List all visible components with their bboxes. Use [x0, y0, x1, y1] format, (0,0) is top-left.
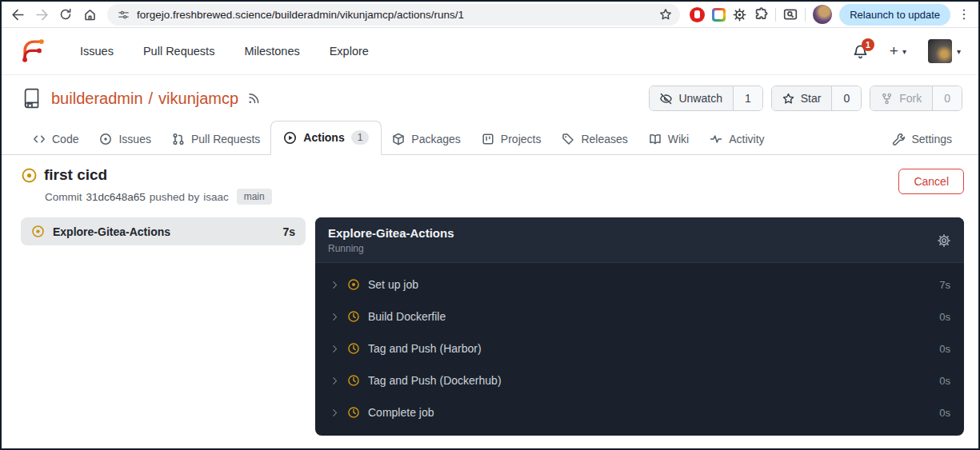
watchers-count[interactable]: 1	[733, 86, 762, 110]
job-name: Explore-Gitea-Actions	[53, 225, 170, 238]
step-row-tag-and-push-harbor[interactable]: Tag and Push (Harbor) 0s	[315, 333, 964, 364]
step-row-complete-job[interactable]: Complete job 0s	[315, 396, 964, 428]
repo-title: builderadmin / vikunjamcp	[51, 90, 238, 108]
chevron-right-icon[interactable]	[330, 281, 339, 289]
adblock-extension-icon[interactable]	[690, 7, 705, 22]
job-list-item[interactable]: Explore-Gitea-Actions 7s	[21, 217, 306, 245]
step-waiting-clock-icon	[347, 310, 360, 323]
cancel-run-button[interactable]: Cancel	[898, 169, 964, 194]
nav-item-pull-requests[interactable]: Pull Requests	[143, 45, 214, 58]
notification-count-badge[interactable]: 1	[862, 38, 874, 51]
bookmark-star-icon[interactable]	[659, 8, 672, 21]
tab-wiki[interactable]: Wiki	[638, 124, 699, 155]
commit-author-link[interactable]: isaac	[203, 191, 229, 203]
step-waiting-clock-icon	[347, 406, 360, 419]
user-avatar[interactable]	[928, 39, 952, 63]
repo-header: builderadmin / vikunjamcp Unwatch 1 Star…	[2, 75, 978, 120]
steps-list: Set up job 7s Build Dockerfile 0s	[315, 263, 964, 436]
forks-count[interactable]: 0	[932, 86, 962, 110]
step-waiting-clock-icon	[347, 374, 360, 387]
nav-item-milestones[interactable]: Milestones	[244, 45, 299, 58]
log-settings-gear-icon[interactable]	[937, 233, 951, 248]
tab-settings[interactable]: Settings	[882, 124, 962, 155]
chevron-right-icon[interactable]	[330, 376, 339, 385]
step-duration: 0s	[939, 311, 950, 323]
navbar-links: Issues Pull Requests Milestones Explore	[80, 45, 369, 58]
tab-activity[interactable]: Activity	[699, 124, 774, 155]
step-name: Tag and Push (Dockerhub)	[368, 374, 502, 387]
gear-extension-icon[interactable]	[733, 8, 746, 22]
step-name: Complete job	[368, 406, 434, 419]
home-icon[interactable]	[78, 3, 101, 26]
reload-icon[interactable]	[54, 3, 77, 26]
step-duration: 0s	[939, 343, 950, 355]
step-duration: 7s	[939, 279, 950, 291]
step-waiting-clock-icon	[347, 342, 360, 355]
tab-issues[interactable]: Issues	[89, 124, 161, 155]
browser-extensions: Relaunch to update ⋮	[686, 4, 972, 26]
step-running-icon	[347, 278, 360, 291]
repo-name-link[interactable]: vikunjamcp	[158, 90, 238, 108]
step-name: Set up job	[368, 278, 418, 291]
stars-count[interactable]: 0	[831, 86, 861, 110]
step-name: Tag and Push (Harbor)	[368, 342, 482, 355]
extensions-puzzle-icon[interactable]	[754, 7, 768, 22]
tab-packages[interactable]: Packages	[382, 124, 470, 155]
repo-owner-link[interactable]: builderadmin	[51, 90, 143, 108]
user-menu[interactable]: ▾	[928, 39, 961, 63]
screenshot-extension-icon[interactable]	[712, 8, 726, 22]
chevron-right-icon[interactable]	[330, 408, 339, 417]
tab-projects[interactable]: Projects	[471, 124, 552, 155]
forgejo-logo[interactable]	[19, 36, 46, 66]
step-duration: 0s	[939, 407, 950, 419]
nav-item-issues[interactable]: Issues	[80, 45, 114, 58]
run-title: first cicd	[44, 166, 107, 184]
step-row-set-up-job[interactable]: Set up job 7s	[315, 269, 964, 301]
back-icon[interactable]	[6, 3, 29, 26]
unwatch-button[interactable]: Unwatch	[650, 86, 732, 110]
notifications-bell-icon[interactable]: 1	[853, 44, 868, 59]
repo-tabbar: Code Issues Pull Requests Actions 1 Pack…	[2, 120, 978, 155]
url-text[interactable]: forgejo.freshbrewed.science/builderadmin…	[137, 9, 652, 21]
tab-code[interactable]: Code	[22, 124, 89, 155]
tab-pull-requests[interactable]: Pull Requests	[162, 124, 270, 155]
job-panel-header: Explore-Gitea-Actions Running	[315, 217, 964, 263]
commit-hash-link[interactable]: 31dc648a65	[86, 191, 146, 203]
create-new-button[interactable]: + ▾	[890, 42, 906, 60]
job-panel-title: Explore-Gitea-Actions	[328, 226, 454, 240]
browser-menu-icon[interactable]: ⋮	[958, 8, 969, 21]
browser-profile-avatar[interactable]	[813, 5, 832, 24]
repo-action-buttons: Unwatch 1 Star 0 Fork 0	[649, 86, 962, 111]
watch-button-group: Unwatch 1	[649, 86, 762, 111]
run-page: first cicd Commit 31dc648a65 pushed by i…	[2, 155, 978, 436]
toolbar-divider	[805, 8, 806, 22]
step-name: Build Dockerfile	[368, 310, 446, 323]
rss-feed-icon[interactable]	[247, 92, 260, 105]
fork-button-group: Fork 0	[870, 86, 962, 111]
run-status-running-icon	[21, 167, 38, 184]
site-security-icon[interactable]	[118, 9, 130, 21]
browser-toolbar: forgejo.freshbrewed.science/builderadmin…	[2, 2, 978, 28]
actions-count-badge: 1	[351, 130, 370, 145]
forward-icon	[30, 3, 53, 26]
chevron-right-icon[interactable]	[330, 344, 339, 353]
nav-item-explore[interactable]: Explore	[330, 45, 369, 58]
job-status-text: Running	[328, 243, 454, 254]
relaunch-to-update-button[interactable]: Relaunch to update	[839, 4, 950, 26]
jobs-sidebar: Explore-Gitea-Actions 7s	[21, 217, 306, 436]
step-row-build-dockerfile[interactable]: Build Dockerfile 0s	[315, 301, 964, 333]
tab-releases[interactable]: Releases	[551, 124, 638, 155]
forgejo-navbar: Issues Pull Requests Milestones Explore …	[2, 28, 978, 75]
step-row-tag-and-push-dockerhub[interactable]: Tag and Push (Dockerhub) 0s	[315, 364, 964, 396]
side-panel-search-icon[interactable]	[783, 7, 798, 22]
star-button[interactable]: Star	[772, 86, 832, 110]
plus-icon[interactable]: +	[890, 42, 898, 60]
branch-badge[interactable]: main	[237, 189, 272, 205]
chevron-right-icon[interactable]	[330, 313, 339, 321]
job-log-panel: Explore-Gitea-Actions Running Set up job	[315, 217, 964, 436]
url-bar[interactable]: forgejo.freshbrewed.science/builderadmin…	[107, 4, 680, 26]
toolbar-divider	[775, 8, 776, 22]
repo-separator: /	[149, 90, 154, 108]
tab-actions[interactable]: Actions 1	[270, 121, 382, 155]
job-duration: 7s	[282, 225, 295, 238]
